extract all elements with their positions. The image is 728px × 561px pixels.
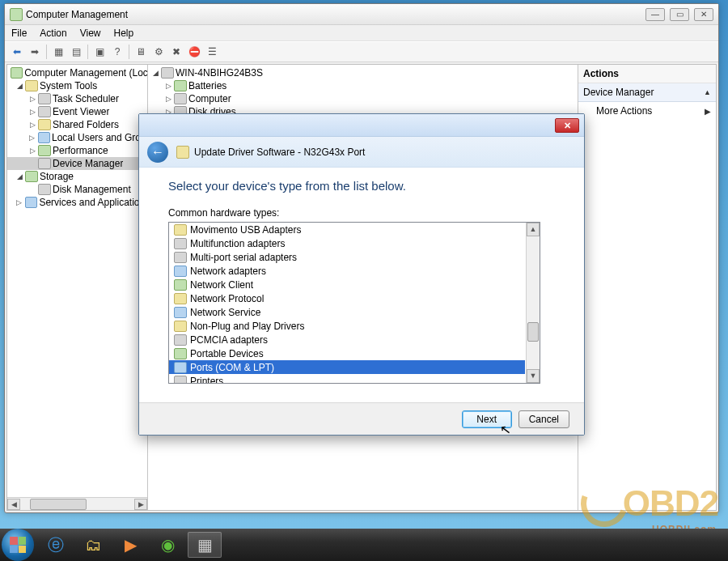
device-computer[interactable]: ▷ Computer	[148, 92, 578, 105]
tree-services-apps[interactable]: ▷ Services and Applications	[7, 196, 147, 209]
menu-action[interactable]: Action	[40, 28, 66, 39]
hardware-type-item[interactable]: Multifunction adapters	[169, 236, 525, 250]
close-window-button[interactable]: ✕	[694, 8, 713, 21]
hardware-type-icon	[174, 279, 187, 291]
hardware-type-icon	[174, 266, 187, 277]
device-host-label: WIN-4NBIHG24B3S	[176, 67, 263, 79]
menu-file[interactable]: File	[11, 28, 27, 39]
scroll-right-arrow[interactable]: ▶	[134, 499, 147, 510]
update-driver-dialog: ✕ ← Update Driver Software - N32G43x Por…	[138, 113, 585, 436]
taskbar[interactable]: ⓔ 🗂 ▶ ◉ ▦	[0, 529, 728, 561]
collapse-icon[interactable]: ◢	[15, 172, 23, 181]
taskbar-ie-icon[interactable]: ⓔ	[39, 532, 73, 558]
taskbar-media-player-icon[interactable]: ▶	[113, 532, 147, 558]
tree-local-users[interactable]: ▷ Local Users and Group	[7, 131, 147, 144]
hardware-type-icon	[174, 224, 187, 236]
expand-icon[interactable]: ▷	[28, 95, 36, 103]
listbox-vscrollbar[interactable]: ▲ ▼	[526, 223, 540, 383]
submenu-arrow-icon: ▶	[705, 107, 711, 116]
scroll-up-arrow[interactable]: ▲	[527, 223, 540, 236]
tree-event-viewer[interactable]: ▷ Event Viewer	[7, 105, 147, 118]
collapse-icon[interactable]: ◢	[151, 69, 159, 77]
expand-icon[interactable]: ▷	[15, 198, 23, 206]
hardware-type-label: Movimento USB Adapters	[190, 224, 301, 236]
hardware-type-item[interactable]: Printers	[169, 374, 525, 383]
expand-icon[interactable]: ▷	[164, 95, 172, 103]
tree-root[interactable]: Computer Management (Local	[7, 66, 147, 79]
tree-shared-folders[interactable]: ▷ Shared Folders	[7, 118, 147, 131]
actions-more-actions[interactable]: More Actions ▶	[578, 102, 716, 120]
menu-view[interactable]: View	[80, 28, 101, 39]
dialog-back-button[interactable]: ←	[147, 142, 168, 163]
expand-icon[interactable]: ▷	[164, 82, 172, 90]
back-button[interactable]: ⬅	[9, 44, 25, 60]
hardware-type-item[interactable]: Network Client	[169, 278, 525, 291]
hardware-type-item[interactable]: Network adapters	[169, 264, 525, 278]
collapse-icon[interactable]: ◢	[15, 82, 23, 90]
window-title: Computer Management	[26, 9, 128, 20]
tree-system-tools[interactable]: ◢ System Tools	[7, 79, 147, 92]
console-tree-pane: Computer Management (Local ◢ System Tool…	[7, 65, 148, 510]
hardware-type-item[interactable]: Network Service	[169, 305, 525, 319]
dialog-header: ← Update Driver Software - N32G43x Port	[139, 137, 584, 168]
tree-device-manager[interactable]: Device Manager	[7, 157, 147, 170]
hardware-type-label: Multifunction adapters	[190, 238, 285, 249]
hardware-types-listbox[interactable]: Movimento USB AdaptersMultifunction adap…	[168, 222, 540, 384]
hardware-type-item[interactable]: PCMCIA adapters	[169, 333, 525, 346]
tree-storage[interactable]: ◢ Storage	[7, 170, 147, 183]
scroll-thumb[interactable]	[30, 499, 87, 510]
scroll-track[interactable]	[20, 499, 134, 510]
hardware-type-item[interactable]: Non-Plug and Play Drivers	[169, 319, 525, 333]
scroll-left-arrow[interactable]: ◀	[7, 499, 20, 510]
expand-icon[interactable]: ▷	[28, 121, 36, 129]
properties-button[interactable]: ▣	[91, 44, 108, 60]
device-batteries[interactable]: ▷ Batteries	[148, 79, 578, 92]
taskbar-browser-icon[interactable]: ◉	[150, 532, 184, 558]
maximize-button[interactable]: ▭	[670, 8, 689, 21]
hardware-type-item[interactable]: Portable Devices	[169, 346, 525, 360]
scroll-down-arrow[interactable]: ▼	[527, 369, 540, 383]
mmc-app-icon	[10, 8, 23, 21]
taskbar-app-icon[interactable]: ▦	[188, 532, 222, 558]
hardware-type-label: Printers	[190, 376, 223, 384]
hardware-type-item[interactable]: Ports (COM & LPT)	[169, 360, 525, 374]
forward-button: ➡	[27, 44, 43, 60]
minimize-button[interactable]: —	[645, 8, 665, 21]
tree-performance[interactable]: ▷ Performance	[7, 144, 147, 157]
window-titlebar[interactable]: Computer Management — ▭ ✕	[5, 4, 718, 25]
disable-button[interactable]: ⛔	[186, 44, 202, 60]
uninstall-button[interactable]: ✖	[168, 44, 184, 60]
hardware-type-item[interactable]: Network Protocol	[169, 291, 525, 305]
update-driver-button[interactable]: ⚙	[150, 44, 167, 60]
computer-mgmt-icon	[11, 67, 23, 79]
tree-disk-management[interactable]: Disk Management	[7, 183, 147, 196]
scroll-track[interactable]	[527, 236, 540, 369]
cancel-button[interactable]: Cancel	[518, 410, 569, 428]
up-button[interactable]: ▦	[50, 44, 66, 60]
hardware-type-item[interactable]: Movimento USB Adapters	[169, 223, 525, 236]
start-button[interactable]	[2, 529, 34, 561]
collapse-up-icon[interactable]: ▲	[704, 88, 711, 96]
expand-icon[interactable]: ▷	[28, 147, 36, 155]
toolbar-sep	[46, 45, 47, 59]
expand-icon[interactable]: ▷	[28, 134, 36, 142]
tree-item-label: Storage	[40, 171, 74, 182]
next-button[interactable]: Next	[462, 410, 512, 428]
dialog-titlebar[interactable]: ✕	[139, 114, 584, 137]
taskbar-explorer-icon[interactable]: 🗂	[76, 532, 110, 558]
show-hide-tree-button[interactable]: ▤	[68, 44, 84, 60]
dialog-close-button[interactable]: ✕	[555, 118, 579, 133]
expand-icon[interactable]: ▷	[28, 108, 36, 116]
hardware-type-item[interactable]: Multi-port serial adapters	[169, 250, 525, 264]
actions-section-device-manager[interactable]: Device Manager ▲	[578, 83, 716, 102]
scan-hardware-button[interactable]: 🖥	[133, 44, 149, 60]
windows-logo-icon	[10, 537, 26, 553]
tree-hscrollbar[interactable]: ◀ ▶	[7, 497, 147, 510]
event-viewer-icon	[38, 106, 51, 117]
help-button[interactable]: ?	[109, 44, 125, 60]
device-host-node[interactable]: ◢ WIN-4NBIHG24B3S	[148, 66, 578, 79]
menu-help[interactable]: Help	[114, 28, 134, 39]
view-devices-button[interactable]: ☰	[204, 44, 220, 60]
tree-task-scheduler[interactable]: ▷ Task Scheduler	[7, 92, 147, 105]
scroll-thumb[interactable]	[527, 322, 539, 342]
